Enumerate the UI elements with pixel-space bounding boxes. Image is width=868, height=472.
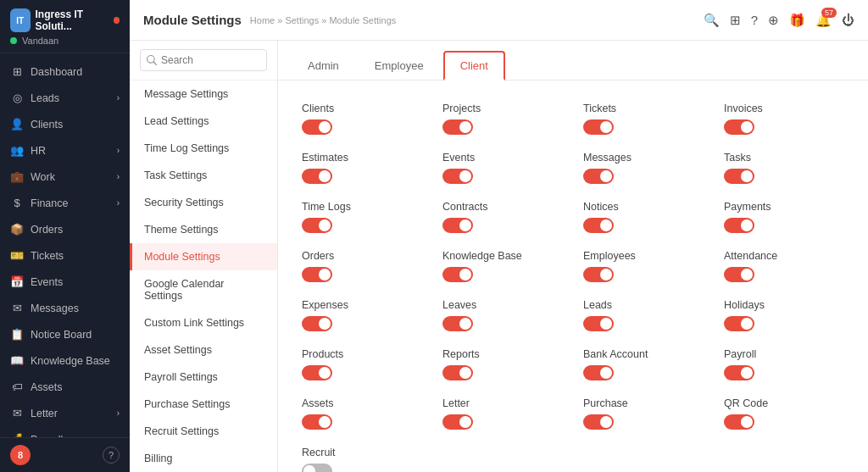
sidebar-item-notice-board[interactable]: 📋 Notice Board — [0, 321, 130, 347]
arrow-icon: › — [117, 146, 120, 155]
module-toggle[interactable] — [724, 218, 754, 233]
module-toggle[interactable] — [583, 218, 614, 233]
module-toggle[interactable] — [724, 414, 754, 430]
settings-menu-item[interactable]: Lead Settings — [130, 108, 277, 135]
search-icon[interactable]: 🔍 — [704, 13, 720, 28]
settings-menu-item[interactable]: Recruit Settings — [130, 418, 277, 445]
sidebar-nav: ⊞ Dashboard ◎ Leads › 👤 Clients 👥 HR › 💼… — [0, 53, 130, 437]
module-toggle[interactable] — [724, 119, 754, 135]
module-toggle[interactable] — [583, 169, 614, 184]
module-toggle[interactable] — [302, 119, 332, 135]
module-toggle[interactable] — [302, 414, 332, 430]
sidebar-item-knowledge-base[interactable]: 📖 Knowledge Base — [0, 347, 130, 374]
settings-menu-item[interactable]: Message Settings — [130, 81, 277, 108]
search-area — [130, 41, 277, 81]
help-circle-icon[interactable]: ? — [751, 13, 758, 27]
module-toggle[interactable] — [442, 119, 473, 135]
tab-employee[interactable]: Employee — [359, 52, 440, 80]
sidebar-item-payroll[interactable]: 💰 Payroll › — [0, 426, 130, 437]
content-layout: Message SettingsLead SettingsTime Log Se… — [130, 41, 868, 472]
module-toggle[interactable] — [583, 267, 614, 282]
sidebar-item-leads[interactable]: ◎ Leads › — [0, 85, 130, 111]
module-item: Estimates — [292, 143, 432, 192]
module-toggle[interactable] — [583, 414, 614, 430]
hr-icon: 👥 — [10, 144, 24, 157]
sidebar-item-label: Assets — [31, 381, 63, 393]
power-icon[interactable]: ⏻ — [842, 13, 854, 27]
settings-menu-item[interactable]: Security Settings — [130, 189, 277, 216]
sidebar-item-clients[interactable]: 👤 Clients — [0, 111, 130, 137]
page-title: Module Settings — [143, 13, 242, 27]
sidebar-item-finance[interactable]: $ Finance › — [0, 190, 130, 216]
module-toggle[interactable] — [724, 316, 754, 331]
finance-icon: $ — [10, 197, 24, 209]
module-toggle[interactable] — [442, 169, 473, 184]
module-toggle[interactable] — [302, 267, 332, 282]
settings-sidebar: Message SettingsLead SettingsTime Log Se… — [130, 41, 278, 472]
module-label: Notices — [583, 201, 704, 213]
sidebar-item-messages[interactable]: ✉ Messages — [0, 295, 130, 321]
breadcrumb: Home » Settings » Module Settings — [250, 15, 396, 25]
module-item: Products — [292, 340, 432, 389]
sidebar-item-letter[interactable]: ✉ Letter › — [0, 400, 130, 426]
settings-menu-item[interactable]: Task Settings — [130, 162, 277, 189]
settings-menu-item[interactable]: Asset Settings — [130, 336, 277, 364]
module-toggle[interactable] — [724, 365, 754, 380]
module-toggle[interactable] — [442, 414, 473, 430]
module-item: QR Code — [714, 389, 854, 438]
settings-menu-item[interactable]: Module Settings — [130, 243, 277, 270]
tab-admin[interactable]: Admin — [292, 52, 355, 80]
events-icon: 📅 — [10, 275, 24, 288]
module-toggle[interactable] — [302, 365, 332, 380]
module-item: Payroll — [714, 340, 854, 389]
add-icon[interactable]: ⊕ — [768, 13, 779, 28]
module-toggle[interactable] — [442, 316, 473, 331]
sidebar-item-label: Finance — [31, 197, 68, 209]
module-label: Events — [442, 152, 563, 164]
module-toggle[interactable] — [583, 365, 614, 380]
gift-icon[interactable]: 🎁 — [789, 13, 805, 28]
module-toggle[interactable] — [442, 267, 473, 282]
help-icon[interactable]: ? — [103, 447, 120, 464]
assets-icon: 🏷 — [10, 380, 24, 393]
sidebar-item-work[interactable]: 💼 Work › — [0, 164, 130, 190]
sidebar-item-tickets[interactable]: 🎫 Tickets — [0, 242, 130, 269]
module-toggle[interactable] — [583, 119, 614, 135]
settings-menu: Message SettingsLead SettingsTime Log Se… — [130, 81, 277, 472]
module-toggle[interactable] — [724, 267, 754, 282]
module-toggle[interactable] — [442, 365, 473, 380]
settings-menu-item[interactable]: Time Log Settings — [130, 135, 277, 162]
settings-menu-item[interactable]: Google Calendar Settings — [130, 270, 277, 309]
settings-menu-item[interactable]: Billing — [130, 445, 277, 472]
module-label: Knowledge Base — [442, 250, 563, 262]
module-toggle[interactable] — [583, 316, 614, 331]
search-input[interactable] — [140, 49, 267, 71]
settings-menu-item[interactable]: Payroll Settings — [130, 364, 277, 391]
module-toggle[interactable] — [302, 316, 332, 331]
module-label: Contracts — [442, 201, 563, 213]
grid-icon[interactable]: ⊞ — [730, 13, 741, 28]
settings-menu-item[interactable]: Purchase Settings — [130, 391, 277, 418]
sidebar-logo: IT Ingress IT Soluti... — [10, 8, 120, 32]
module-item: Holidays — [714, 291, 854, 340]
module-toggle[interactable] — [302, 169, 332, 184]
module-item: Letter — [432, 389, 573, 438]
tab-client[interactable]: Client — [443, 51, 505, 81]
module-item: Recruit — [292, 438, 432, 472]
module-toggle[interactable] — [302, 464, 332, 472]
leads-icon: ◎ — [10, 92, 24, 104]
sidebar-item-label: Messages — [31, 303, 79, 314]
module-label: Projects — [442, 103, 563, 114]
settings-menu-item[interactable]: Custom Link Settings — [130, 309, 277, 336]
sidebar-item-dashboard[interactable]: ⊞ Dashboard — [0, 58, 130, 85]
module-label: Employees — [583, 250, 704, 262]
sidebar-item-events[interactable]: 📅 Events — [0, 269, 130, 295]
module-toggle[interactable] — [724, 169, 754, 184]
sidebar-item-orders[interactable]: 📦 Orders — [0, 216, 130, 242]
sidebar-bottom: 8 ? — [0, 437, 130, 472]
sidebar-item-assets[interactable]: 🏷 Assets — [0, 374, 130, 400]
settings-menu-item[interactable]: Theme Settings — [130, 216, 277, 243]
sidebar-item-hr[interactable]: 👥 HR › — [0, 137, 130, 164]
module-toggle[interactable] — [302, 218, 332, 233]
module-toggle[interactable] — [442, 218, 473, 233]
